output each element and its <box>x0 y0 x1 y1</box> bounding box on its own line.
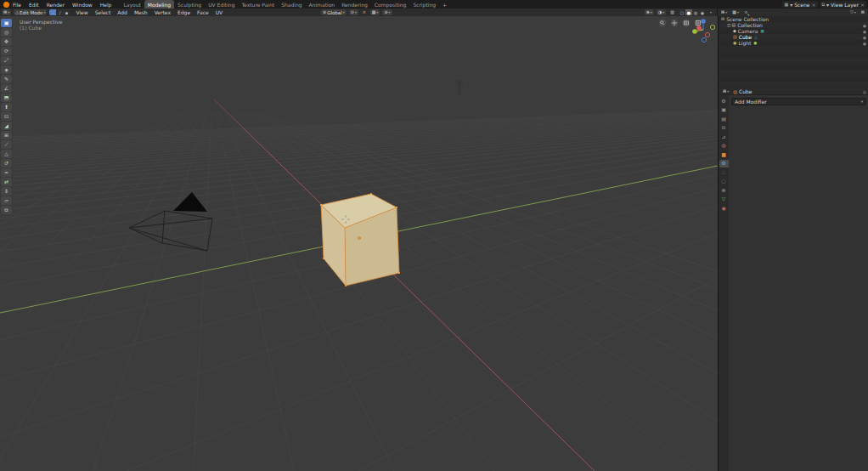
tool-extrude-region[interactable]: ⬆ <box>1 103 12 111</box>
visibility-toggle[interactable]: ◉ <box>863 23 866 28</box>
outliner-item-collection[interactable]: ☑ ▤ Collection ◉ <box>719 22 868 28</box>
move-view-button[interactable] <box>671 20 679 27</box>
properties-tab-scene[interactable]: ⊿ <box>719 133 729 141</box>
pivot-point-dropdown[interactable]: ⊙ ▾ <box>349 9 358 15</box>
outliner-item-scene-collection[interactable]: ⊟ Scene Collection <box>719 16 868 22</box>
show-gizmo-dropdown[interactable]: ⊕ ▾ <box>645 9 654 15</box>
add-workspace-button[interactable]: + <box>439 0 450 9</box>
cube-object[interactable] <box>320 193 400 287</box>
new-collection-button[interactable]: ⊞ <box>860 9 866 15</box>
viewport-menu-vertex[interactable]: Vertex <box>155 9 171 15</box>
properties-tab-particles[interactable]: ∴ <box>719 168 729 177</box>
view-layer-selector[interactable]: ⧉ ▾ View Layer × <box>820 1 867 8</box>
tool-select-box[interactable]: ▣ <box>1 19 12 27</box>
pin-icon[interactable]: ◎ <box>863 89 866 94</box>
tool-cursor[interactable]: ◎ <box>1 28 12 37</box>
tool-move[interactable]: ✥ <box>1 37 12 46</box>
properties-tab-object[interactable]: ■ <box>719 150 729 159</box>
tool-bevel[interactable]: ◢ <box>1 122 12 130</box>
rendered-shading[interactable]: ◉ <box>699 9 706 15</box>
workspace-tab-texture-paint[interactable]: Texture Paint <box>238 0 278 9</box>
outliner-item-light[interactable]: ◉ Light ● ◉ <box>719 40 868 46</box>
snap-toggle[interactable]: ∩ <box>361 9 368 15</box>
properties-tab-constraints[interactable]: ⊗ <box>719 186 729 195</box>
viewport-menu-view[interactable]: View <box>76 9 87 15</box>
filter-button[interactable]: ▽ ▾ <box>848 9 858 15</box>
properties-tab-object-data[interactable]: ▽ <box>719 196 729 204</box>
tool-inset-faces[interactable]: ⊡ <box>1 112 12 121</box>
tool-add-cube[interactable]: ⬒ <box>1 94 12 102</box>
viewport-menu-mesh[interactable]: Mesh <box>134 9 148 15</box>
tool-knife[interactable]: ⟋ <box>1 140 12 149</box>
tool-poly-build[interactable]: △ <box>1 150 12 158</box>
outliner-display-mode-button[interactable]: ▦ ▾ <box>730 9 741 15</box>
properties-tab-world[interactable]: ◍ <box>719 142 729 150</box>
tool-smooth[interactable]: ≈ <box>1 168 12 177</box>
tool-transform[interactable]: ◈ <box>1 65 12 74</box>
properties-tab-view-layer[interactable]: ⧉ <box>719 124 729 133</box>
xray-toggle[interactable]: ▥ <box>668 9 676 15</box>
visibility-toggle[interactable]: ◉ <box>863 29 866 34</box>
editor-type-button[interactable]: ⊞ ▾ <box>2 9 11 15</box>
show-overlays-dropdown[interactable]: ◑ ▾ <box>657 9 666 15</box>
camera-object[interactable] <box>129 192 212 251</box>
properties-tab-physics[interactable]: ◌ <box>719 178 729 186</box>
workspace-tab-compositing[interactable]: Compositing <box>371 0 410 9</box>
scene-objects[interactable] <box>0 16 718 471</box>
tool-shrink-fatten[interactable]: ⇕ <box>1 187 12 196</box>
viewport-menu-face[interactable]: Face <box>197 9 209 15</box>
properties-tab-modifiers[interactable]: ⚙ <box>719 160 729 168</box>
projection-toggle-button[interactable] <box>695 20 702 27</box>
workspace-tab-rendering[interactable]: Rendering <box>338 0 371 9</box>
viewport-menu-select[interactable]: Select <box>95 9 111 15</box>
workspace-tab-shading[interactable]: Shading <box>278 0 305 9</box>
tool-annotate[interactable]: ✎ <box>1 75 12 83</box>
tool-scale[interactable]: ⤢ <box>1 56 12 65</box>
properties-tab-material[interactable]: ◉ <box>719 204 729 213</box>
solid-shading[interactable]: ● <box>685 9 692 15</box>
scene-selector[interactable]: ▦ ▾ Scene × <box>782 1 817 8</box>
blender-logo-icon[interactable] <box>3 2 9 8</box>
camera-view-button[interactable] <box>683 20 690 27</box>
vertex-select[interactable]: · <box>49 9 56 15</box>
tool-shear[interactable]: ▱ <box>1 196 12 205</box>
add-modifier-button[interactable]: Add Modifier ▾ <box>731 98 866 105</box>
properties-editor-type-button[interactable]: ⊞ ▾ <box>721 88 730 94</box>
scene-unlink-button[interactable]: × <box>811 2 815 8</box>
properties-tab-tool[interactable]: ⚙ <box>719 97 729 105</box>
menu-render[interactable]: Render <box>47 2 65 8</box>
view-layer-remove-button[interactable]: × <box>860 2 865 8</box>
viewport-menu-uv[interactable]: UV <box>216 9 223 15</box>
collection-checkbox[interactable]: ☑ <box>727 23 730 28</box>
light-object[interactable] <box>457 81 462 94</box>
properties-tab-output[interactable]: ▤ <box>719 115 729 123</box>
workspace-tab-modeling[interactable]: Modeling <box>144 0 174 9</box>
properties-tab-render[interactable]: ▣ <box>719 106 729 115</box>
tool-rip-region[interactable]: ⧉ <box>1 206 12 214</box>
face-select[interactable]: ▪ <box>63 9 70 15</box>
tool-measure[interactable]: ∠ <box>1 84 12 93</box>
shading-dropdown[interactable]: ▾ <box>708 9 713 15</box>
wireframe-shading[interactable]: ○ <box>679 9 685 15</box>
workspace-tab-sculpting[interactable]: Sculpting <box>174 0 205 9</box>
snap-target-dropdown[interactable]: ▦ ▾ <box>370 9 380 15</box>
tool-rotate[interactable]: ⟳ <box>1 47 12 55</box>
viewport-menu-edge[interactable]: Edge <box>178 9 190 15</box>
viewport-canvas[interactable]: User Perspective (1) Cube ▣◎✥⟳⤢◈✎∠⬒⬆⊡◢⊞⟋… <box>0 16 718 471</box>
workspace-tab-scripting[interactable]: Scripting <box>409 0 439 9</box>
outliner-item-camera[interactable]: ◆ Camera ▦ ◉ <box>719 28 868 34</box>
navigation-gizmo[interactable] <box>654 16 718 50</box>
menu-file[interactable]: File <box>13 2 21 8</box>
material-preview-shading[interactable]: ◍ <box>692 9 699 15</box>
edge-select[interactable]: ∕ <box>56 9 63 15</box>
visibility-toggle[interactable]: ◉ <box>863 41 866 46</box>
menu-help[interactable]: Help <box>100 2 112 8</box>
menu-edit[interactable]: Edit <box>29 2 39 8</box>
workspace-tab-uv-editing[interactable]: UV Editing <box>205 0 238 9</box>
proportional-editing-dropdown[interactable]: ⊚ ▾ <box>382 9 392 15</box>
mode-selector[interactable]: △ Edit Mode ▾ <box>14 9 47 15</box>
menu-window[interactable]: Window <box>72 2 93 8</box>
tool-loop-cut[interactable]: ⊞ <box>1 131 12 139</box>
viewport-menu-add[interactable]: Add <box>117 9 127 15</box>
outliner-editor-type-button[interactable]: ⊞ ▾ <box>719 9 729 15</box>
